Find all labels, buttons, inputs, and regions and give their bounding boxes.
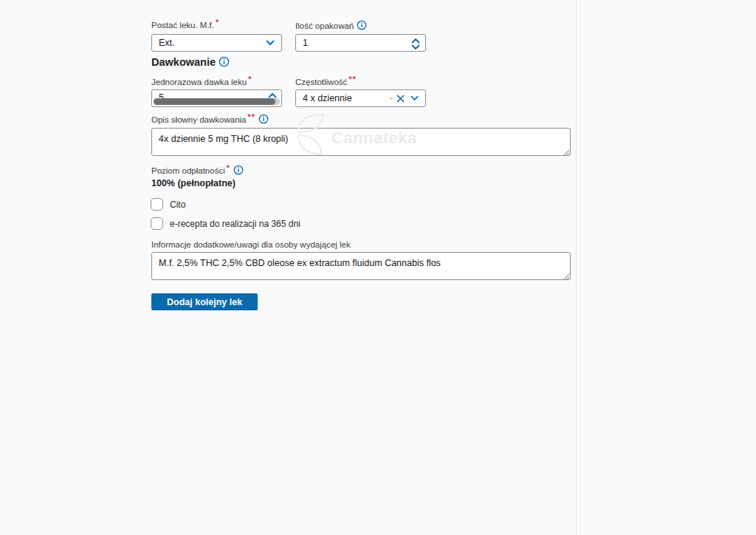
cito-checkbox[interactable] bbox=[151, 198, 163, 211]
chevron-down-icon bbox=[410, 95, 419, 101]
opis-slowny-textarea[interactable]: 4x dziennie 5 mg THC (8 kropli) bbox=[151, 128, 571, 156]
erecepta-365-checkbox-row[interactable]: e-recepta do realizacji na 365 dni bbox=[151, 217, 300, 230]
czestotliwosc-select[interactable]: 4 x dziennie - bbox=[295, 89, 426, 107]
required-asterisk: * bbox=[248, 75, 252, 84]
cito-checkbox-row[interactable]: Cito bbox=[151, 198, 185, 211]
stepper-up-icon bbox=[411, 38, 420, 44]
clear-x-icon[interactable] bbox=[396, 95, 405, 103]
dawkowanie-heading: Dawkowanie bbox=[151, 56, 230, 68]
informacje-dodatkowe-textarea[interactable]: M.f. 2,5% THC 2,5% CBD oleose ex extract… bbox=[151, 252, 571, 280]
required-asterisk: ** bbox=[348, 75, 357, 84]
chevron-down-icon bbox=[266, 40, 275, 46]
erecepta-365-checkbox[interactable] bbox=[151, 217, 163, 230]
informacje-dodatkowe-label: Informacje dodatkowe/uwagi dla osoby wyd… bbox=[151, 239, 351, 249]
horizontal-scrollbar[interactable] bbox=[154, 98, 280, 105]
ilosc-opakowan-input[interactable] bbox=[296, 38, 425, 48]
erecepta-365-checkbox-label: e-recepta do realizacji na 365 dni bbox=[170, 219, 300, 229]
stepper-up-icon[interactable] bbox=[268, 92, 277, 98]
prescription-form-page: Postać leku. M.f.* Ilość opakowań Ext. D… bbox=[0, 0, 756, 535]
info-icon[interactable] bbox=[233, 165, 244, 175]
poziom-odplatnosci-value: 100% (pełnopłatne) bbox=[151, 178, 236, 188]
jednorazowa-dawka-input-box[interactable]: 5 bbox=[151, 89, 282, 107]
required-asterisk: ** bbox=[247, 112, 255, 121]
required-asterisk: * bbox=[216, 18, 219, 27]
clear-dash: - bbox=[390, 93, 393, 103]
czestotliwosc-label: Częstotliwość** bbox=[295, 77, 357, 86]
opis-slowny-label: Opis słowny dawkowania** bbox=[151, 114, 269, 124]
info-icon[interactable] bbox=[357, 20, 367, 30]
postac-leku-label: Postać leku. M.f.* bbox=[151, 20, 219, 30]
scrollbar-thumb[interactable] bbox=[154, 98, 275, 105]
info-icon[interactable] bbox=[258, 114, 269, 124]
number-stepper[interactable] bbox=[411, 35, 420, 51]
dodaj-kolejny-lek-button[interactable]: Dodaj kolejny lek bbox=[151, 293, 258, 310]
ilosc-opakowan-input-box bbox=[295, 34, 426, 52]
info-icon[interactable] bbox=[219, 56, 230, 67]
jednorazowa-dawka-label: Jednorazowa dawka leku* bbox=[151, 77, 252, 86]
postac-leku-select[interactable]: Ext. bbox=[151, 34, 282, 52]
cito-checkbox-label: Cito bbox=[170, 200, 185, 210]
ilosc-opakowan-label: Ilość opakowań bbox=[295, 20, 367, 30]
stepper-down-icon bbox=[411, 44, 420, 50]
poziom-odplatnosci-label: Poziom odpłatności* bbox=[151, 165, 244, 175]
content-right-divider bbox=[576, 0, 577, 535]
required-asterisk: * bbox=[227, 163, 230, 172]
